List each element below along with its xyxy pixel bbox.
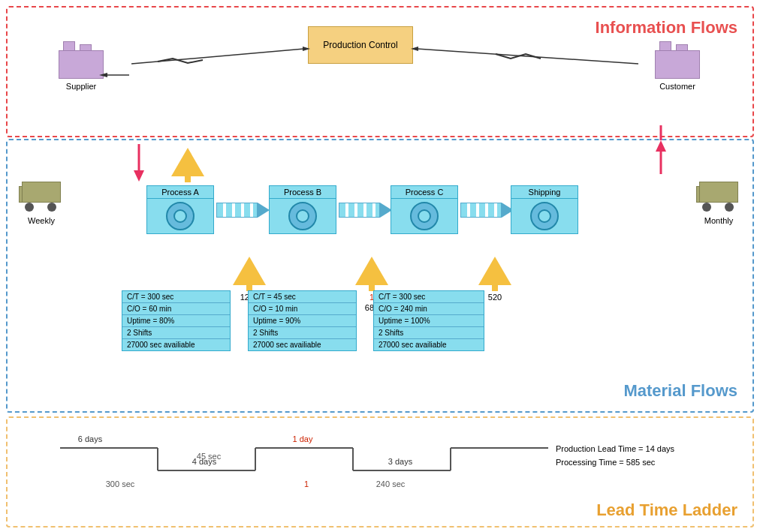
supplier-icon xyxy=(59,41,104,79)
svg-line-2 xyxy=(417,49,638,64)
process-c-box: Process C xyxy=(391,185,458,234)
info-box-b: C/T = 45 sec C/O = 10 min Uptime = 90% 2… xyxy=(248,290,357,351)
material-flows-section: Material Flows Weekly Monthly xyxy=(6,139,754,413)
svg-text:1: 1 xyxy=(304,479,309,488)
customer-icon xyxy=(655,41,700,79)
production-control-box: Production Control xyxy=(308,26,413,64)
process-b-title: Process B xyxy=(270,186,336,199)
process-a-title: Process A xyxy=(147,186,213,199)
info-c-ct: C/T = 300 sec xyxy=(374,291,484,303)
info-b-uptime: Uptime = 90% xyxy=(249,315,356,327)
process-b-box: Process B xyxy=(269,185,336,234)
info-c-avail: 27000 sec availiable xyxy=(374,339,484,350)
svg-marker-9 xyxy=(656,140,666,152)
info-a-ct: C/T = 300 sec xyxy=(122,291,230,303)
svg-text:6 days: 6 days xyxy=(78,434,103,443)
svg-text:1 day: 1 day xyxy=(293,434,313,443)
info-b-co: C/O = 10 min xyxy=(249,303,356,315)
info-c-uptime: Uptime = 100% xyxy=(374,315,484,327)
info-a-shifts: 2 Shifts xyxy=(122,327,230,339)
monthly-label: Monthly xyxy=(704,216,734,225)
customer-factory: Customer xyxy=(655,41,700,91)
production-lead-label: Production Lead Time = 14 days xyxy=(556,444,674,453)
info-flows-section: Information Flows Production Control Sup… xyxy=(6,6,754,137)
info-a-co: C/O = 60 min xyxy=(122,303,230,315)
shipping-box: Shipping xyxy=(511,185,578,234)
info-box-a: C/T = 300 sec C/O = 60 min Uptime = 80% … xyxy=(122,290,231,351)
svg-line-0 xyxy=(131,49,304,64)
svg-text:3 days: 3 days xyxy=(388,457,413,466)
push-arrow-b-c xyxy=(339,203,392,218)
info-b-ct: C/T = 45 sec xyxy=(249,291,356,303)
info-box-c: C/T = 300 sec C/O = 240 min Uptime = 100… xyxy=(373,290,484,351)
info-c-co: C/O = 240 min xyxy=(374,303,484,315)
info-a-uptime: Uptime = 80% xyxy=(122,315,230,327)
svg-text:45 sec: 45 sec xyxy=(197,452,222,461)
svg-marker-7 xyxy=(134,170,144,182)
production-control-label: Production Control xyxy=(323,40,397,50)
truck-icon-monthly xyxy=(696,182,741,212)
processing-time-label: Processing Time = 585 sec xyxy=(556,458,674,467)
supplier-factory: Supplier xyxy=(59,41,104,91)
monthly-truck: Monthly xyxy=(696,182,741,225)
push-arrow-a-b xyxy=(216,203,270,218)
info-b-avail: 27000 sec availiable xyxy=(249,339,356,350)
info-a-avail: 27000 sec availiable xyxy=(122,339,230,350)
push-arrow-c-shipping xyxy=(460,203,514,218)
lead-time-section: Lead Time Ladder 6 days 4 days 1 day 3 d… xyxy=(6,416,754,527)
customer-label: Customer xyxy=(659,82,695,91)
weekly-truck: Weekly xyxy=(19,182,64,225)
production-lead-time: Production Lead Time = 14 days Processin… xyxy=(556,444,674,467)
material-flows-label: Material Flows xyxy=(623,381,737,401)
process-c-title: Process C xyxy=(391,186,457,199)
shipping-title: Shipping xyxy=(511,186,578,199)
truck-icon-weekly xyxy=(19,182,64,212)
process-a-box: Process A xyxy=(146,185,214,234)
info-c-shifts: 2 Shifts xyxy=(374,327,484,339)
lead-time-label: Lead Time Ladder xyxy=(596,500,737,520)
supplier-label: Supplier xyxy=(66,82,96,91)
inventory-4-label: 520 xyxy=(488,293,502,302)
info-b-shifts: 2 Shifts xyxy=(249,327,356,339)
svg-text:300 sec: 300 sec xyxy=(106,479,135,488)
svg-text:240 sec: 240 sec xyxy=(376,479,406,488)
weekly-label: Weekly xyxy=(28,216,55,225)
info-flows-label: Information Flows xyxy=(596,18,737,38)
lead-time-diagram: 6 days 4 days 1 day 3 days 300 sec 45 se… xyxy=(23,425,548,515)
